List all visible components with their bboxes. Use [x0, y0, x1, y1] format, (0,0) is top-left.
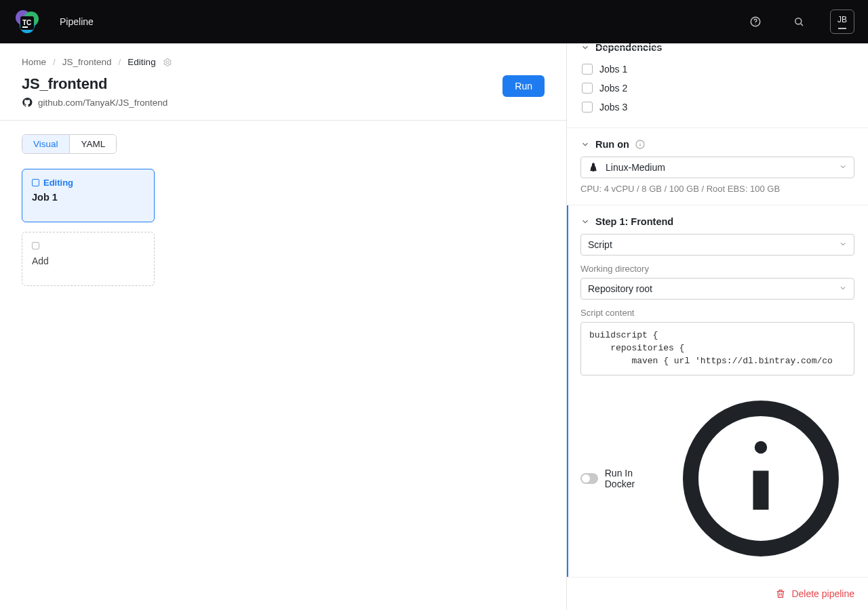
crumb-current: Editing — [127, 57, 155, 67]
editor-tabs: Visual YAML — [22, 134, 117, 154]
gear-icon[interactable] — [163, 58, 172, 67]
svg-point-7 — [755, 24, 755, 24]
section-step1-heading: Step 1: Frontend — [595, 216, 673, 227]
topbar-title[interactable]: Pipeline — [60, 16, 94, 27]
svg-text:TC: TC — [22, 19, 31, 26]
docker-label: Run In Docker — [605, 468, 660, 489]
job-name: Job 1 — [32, 192, 144, 203]
search-icon[interactable] — [787, 9, 811, 34]
job-editing-label: Editing — [43, 178, 73, 188]
chevron-down-icon — [839, 162, 847, 173]
agent-value: Linux-Medium — [606, 162, 832, 173]
workdir-select[interactable]: Repository root — [580, 278, 854, 300]
workdir-label: Working directory — [580, 264, 854, 274]
avatar-initials: JB — [837, 15, 847, 24]
tab-visual[interactable]: Visual — [22, 135, 70, 153]
crumb-project[interactable]: JS_frontend — [62, 57, 112, 67]
page-title: JS_frontend — [22, 75, 492, 93]
section-runon-heading: Run on — [595, 139, 629, 150]
checkbox[interactable] — [582, 64, 593, 75]
checkbox[interactable] — [582, 83, 593, 94]
job-icon — [32, 179, 39, 186]
repo-url: github.com/TanyaK/JS_frontend — [38, 98, 167, 108]
chevron-down-icon[interactable] — [580, 140, 590, 149]
crumb-home[interactable]: Home — [22, 57, 46, 67]
svg-point-9 — [166, 61, 169, 64]
help-icon[interactable] — [743, 9, 768, 34]
info-icon[interactable] — [635, 139, 646, 150]
svg-point-13 — [755, 441, 767, 453]
dep-item[interactable]: Jobs 3 — [580, 98, 854, 117]
script-label: Script content — [580, 308, 854, 318]
dep-item[interactable]: Jobs 1 — [580, 60, 854, 79]
chevron-down-icon — [839, 239, 847, 250]
breadcrumb: Home / JS_frontend / Editing — [0, 43, 566, 67]
runner-select[interactable]: Script — [580, 234, 854, 256]
info-icon[interactable] — [667, 385, 854, 572]
dep-label: Jobs 2 — [599, 83, 627, 94]
svg-point-11 — [639, 142, 640, 143]
checkbox[interactable] — [582, 102, 593, 113]
delete-label: Delete pipeline — [791, 588, 854, 599]
script-content[interactable]: buildscript { repositories { maven { url… — [580, 322, 854, 375]
svg-point-8 — [795, 18, 802, 24]
run-button[interactable]: Run — [502, 75, 545, 97]
agent-select[interactable]: Linux-Medium — [580, 157, 854, 178]
agent-specs: CPU: 4 vCPU / 8 GB / 100 GB / Root EBS: … — [580, 184, 854, 194]
linux-icon — [588, 162, 599, 173]
section-dependencies-heading: Dependencies — [595, 43, 662, 53]
repo-link[interactable]: github.com/TanyaK/JS_frontend — [22, 97, 492, 108]
add-job-icon — [32, 242, 39, 249]
chevron-down-icon[interactable] — [580, 43, 590, 52]
workdir-value: Repository root — [588, 283, 832, 294]
add-job-label: Add — [32, 256, 144, 266]
job-card[interactable]: Editing Job 1 — [22, 169, 155, 222]
delete-pipeline[interactable]: Delete pipeline — [567, 577, 868, 610]
avatar[interactable]: JB — [830, 9, 854, 34]
docker-toggle[interactable] — [580, 473, 598, 484]
add-job-card[interactable]: Add — [22, 232, 155, 286]
svg-rect-5 — [22, 26, 28, 28]
dep-label: Jobs 1 — [599, 64, 627, 75]
dep-label: Jobs 3 — [599, 102, 627, 113]
tab-yaml[interactable]: YAML — [70, 135, 117, 153]
dep-item[interactable]: Jobs 2 — [580, 79, 854, 98]
chevron-down-icon — [839, 283, 847, 294]
runner-value: Script — [588, 239, 832, 250]
github-icon — [22, 97, 33, 108]
app-logo[interactable]: TC — [14, 8, 41, 35]
trash-icon — [775, 588, 786, 599]
chevron-down-icon[interactable] — [580, 217, 590, 226]
